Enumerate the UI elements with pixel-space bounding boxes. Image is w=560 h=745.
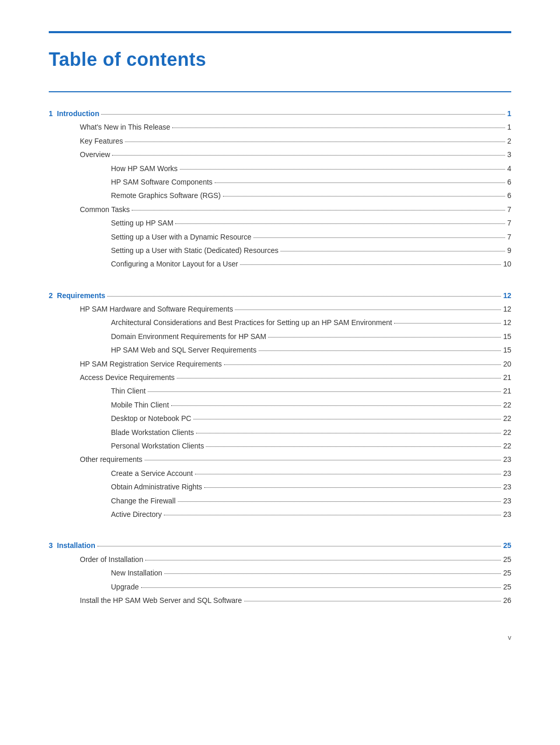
page-footer: v [508, 634, 512, 641]
toc-chapter: 3Installation25Order of Installation25Ne… [49, 540, 511, 606]
toc-dots [240, 264, 501, 265]
toc-chapter-title: 2Requirements [49, 290, 105, 301]
chapter-number: 3 [49, 541, 53, 550]
toc-chapter-entry: 1Introduction1 [49, 108, 511, 119]
toc-entry-page: 25 [503, 581, 511, 593]
toc-dots [281, 251, 505, 251]
toc-dots [254, 237, 505, 238]
toc-dots [164, 515, 501, 515]
toc-entry-text: Key Features [80, 135, 123, 147]
toc-entry-page: 7 [507, 217, 511, 229]
toc-entry-text: New Installation [111, 567, 162, 579]
toc-entry-text: Change the Firewall [111, 495, 176, 507]
toc-dots [196, 433, 501, 433]
toc-entry-page: 23 [503, 495, 511, 507]
toc-entry-page: 25 [503, 554, 511, 565]
toc-entry-page: 9 [507, 245, 511, 256]
toc-entry-page: 1 [507, 121, 511, 133]
toc-entry: Overview3 [49, 149, 511, 160]
toc-entry-text: HP SAM Registration Service Requirements [80, 358, 222, 370]
toc-entry-text: HP SAM Web and SQL Server Requirements [111, 344, 257, 356]
toc-dots [177, 378, 501, 378]
toc-entry-page: 23 [503, 454, 511, 465]
toc-entry-page: 23 [503, 509, 511, 520]
toc-entry-text: Thin Client [111, 385, 146, 397]
toc-entry: Create a Service Account23 [49, 468, 511, 479]
toc-entry-text: Obtain Administrative Rights [111, 481, 202, 493]
toc-dots [145, 460, 501, 460]
toc-dots [145, 560, 501, 560]
chapter-spacer [49, 285, 511, 290]
toc-chapter-title: 3Installation [49, 540, 95, 551]
toc-dots [112, 155, 505, 156]
toc-entry: Remote Graphics Software (RGS)6 [49, 190, 511, 201]
toc-dots [107, 296, 501, 297]
toc-entry: HP SAM Software Components6 [49, 176, 511, 188]
toc-entry-text: Setting up a User with a Dynamic Resourc… [111, 231, 251, 243]
toc-entry: Desktop or Notebook PC22 [49, 413, 511, 424]
toc-entry: Personal Workstation Clients22 [49, 440, 511, 452]
toc-entry-text: Setting up a User with Static (Dedicated… [111, 245, 278, 256]
toc-chapter-page: 1 [507, 108, 511, 119]
toc-entry-text: Desktop or Notebook PC [111, 413, 191, 424]
toc-entry-text: HP SAM Software Components [111, 176, 213, 188]
toc-entry-text: Personal Workstation Clients [111, 440, 204, 452]
toc-entry-page: 7 [507, 204, 511, 215]
toc-dots [268, 337, 501, 338]
toc-dots [180, 169, 506, 170]
toc-entry-text: Remote Graphics Software (RGS) [111, 190, 221, 201]
toc-dots [171, 405, 501, 406]
toc-dots [97, 546, 501, 546]
toc-entry: Active Directory23 [49, 509, 511, 520]
toc-entry-page: 2 [507, 135, 511, 147]
toc-chapter-entry: 3Installation25 [49, 540, 511, 551]
toc-dots [193, 419, 501, 419]
toc-dots [172, 128, 505, 128]
toc-entry-page: 25 [503, 567, 511, 579]
toc-dots [223, 196, 506, 196]
toc-entry-text: How HP SAM Works [111, 163, 178, 174]
toc-entry-page: 3 [507, 149, 511, 160]
toc-dots [148, 391, 501, 392]
toc-entry: How HP SAM Works4 [49, 163, 511, 174]
toc-dots [175, 223, 505, 224]
toc-entry: Obtain Administrative Rights23 [49, 481, 511, 493]
toc-entry-page: 22 [503, 427, 511, 438]
toc-entry-page: 26 [503, 595, 511, 606]
toc-entry-page: 22 [503, 399, 511, 411]
title-section: Table of contents [49, 33, 511, 92]
toc-entry-text: Setting up HP SAM [111, 217, 173, 229]
toc-entry: New Installation25 [49, 567, 511, 579]
toc-dots [215, 182, 505, 183]
toc-dots [125, 142, 505, 142]
toc-entry-text: Order of Installation [80, 554, 143, 565]
chapter-number: 1 [49, 109, 53, 118]
page-container: Table of contents 1Introduction1What's N… [0, 0, 560, 662]
toc-entry-page: 21 [503, 372, 511, 383]
toc-entry-text: Create a Service Account [111, 468, 193, 479]
toc-dots [394, 323, 501, 324]
toc-entry: Common Tasks7 [49, 204, 511, 215]
toc-dots [178, 501, 501, 502]
toc-entry-page: 15 [503, 344, 511, 356]
toc-dots [141, 587, 501, 588]
toc-entry: Setting up a User with Static (Dedicated… [49, 245, 511, 256]
toc-entry-text: Overview [80, 149, 110, 160]
toc-entry-text: Domain Environment Requirements for HP S… [111, 331, 266, 342]
toc-entry: Change the Firewall23 [49, 495, 511, 507]
toc-entry: HP SAM Hardware and Software Requirement… [49, 303, 511, 315]
toc-entry-page: 23 [503, 468, 511, 479]
toc-dots [132, 210, 505, 210]
toc-entry-text: HP SAM Hardware and Software Requirement… [80, 303, 233, 315]
toc-entry: What's New in This Release1 [49, 121, 511, 133]
toc-entry: Thin Client21 [49, 385, 511, 397]
toc-chapter-title: 1Introduction [49, 108, 99, 119]
toc-entry-text: Configuring a Monitor Layout for a User [111, 258, 238, 270]
toc-entry: Setting up HP SAM7 [49, 217, 511, 229]
toc-dots [204, 487, 501, 488]
toc-entry-text: Upgrade [111, 581, 139, 593]
toc-chapter: 1Introduction1What's New in This Release… [49, 108, 511, 270]
toc-dots [224, 364, 501, 365]
toc-entry: Access Device Requirements21 [49, 372, 511, 383]
toc-entry-page: 20 [503, 358, 511, 370]
